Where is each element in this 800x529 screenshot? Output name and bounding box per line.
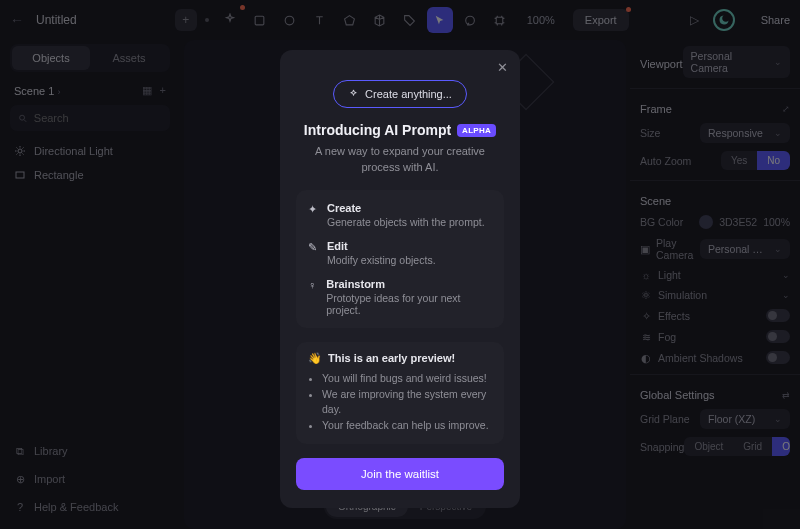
modal-overlay[interactable]: ✕ Create anything... Introducing AI Prom… [0, 0, 800, 529]
feature-sub: Modify existing objects. [327, 254, 436, 266]
alpha-badge: ALPHA [457, 124, 496, 137]
create-anything-pill[interactable]: Create anything... [333, 80, 467, 108]
modal-subtitle: A new way to expand your creative proces… [296, 144, 504, 176]
ai-prompt-modal: ✕ Create anything... Introducing AI Prom… [280, 50, 520, 508]
preview-title: This is an early preview! [328, 352, 455, 364]
close-icon[interactable]: ✕ [497, 60, 508, 75]
lightbulb-icon: ♀ [308, 279, 316, 316]
preview-item: You will find bugs and weird issues! [322, 371, 492, 387]
sparkle-icon [348, 89, 359, 100]
feature-title: Brainstorm [326, 278, 492, 290]
modal-title: Introducing AI Prompt [304, 122, 451, 138]
feature-sub: Prototype ideas for your next project. [326, 292, 492, 316]
sparkle-icon: ✦ [308, 203, 317, 228]
wave-icon: 👋 [308, 352, 322, 365]
feature-title: Create [327, 202, 485, 214]
feature-title: Edit [327, 240, 436, 252]
preview-item: We are improving the system every day. [322, 387, 492, 419]
preview-item: Your feedback can help us improve. [322, 418, 492, 434]
feature-sub: Generate objects with the prompt. [327, 216, 485, 228]
pencil-icon: ✎ [308, 241, 317, 266]
join-waitlist-button[interactable]: Join the waitlist [296, 458, 504, 490]
